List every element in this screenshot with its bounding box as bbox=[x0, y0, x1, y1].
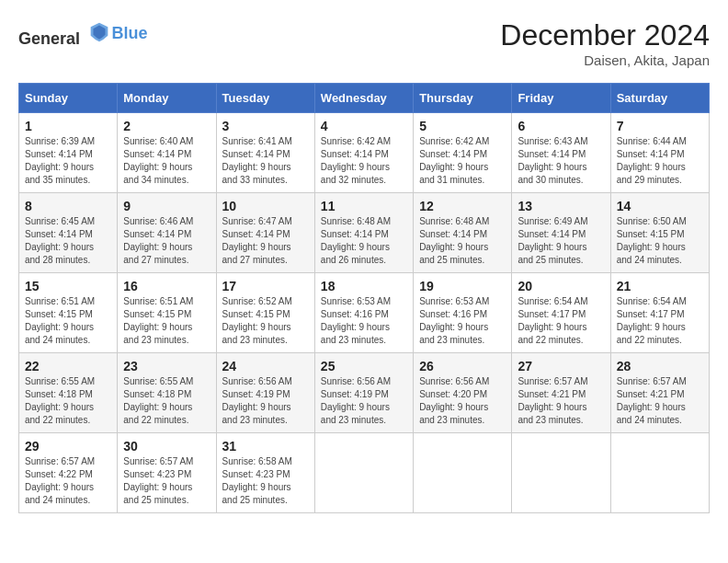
logo-text-general: General bbox=[18, 29, 80, 48]
day-info: Sunrise: 6:45 AMSunset: 4:14 PMDaylight:… bbox=[25, 216, 95, 265]
day-info: Sunrise: 6:51 AMSunset: 4:15 PMDaylight:… bbox=[25, 296, 95, 345]
day-number: 30 bbox=[123, 439, 210, 454]
calendar-cell: 27 Sunrise: 6:57 AMSunset: 4:21 PMDaylig… bbox=[512, 353, 610, 433]
calendar-cell: 22 Sunrise: 6:55 AMSunset: 4:18 PMDaylig… bbox=[19, 353, 118, 433]
day-number: 31 bbox=[222, 439, 309, 454]
calendar-cell: 17 Sunrise: 6:52 AMSunset: 4:15 PMDaylig… bbox=[216, 273, 314, 353]
day-info: Sunrise: 6:41 AMSunset: 4:14 PMDaylight:… bbox=[222, 136, 292, 185]
logo-text-blue: Blue bbox=[112, 24, 148, 42]
day-number: 12 bbox=[419, 199, 506, 213]
calendar-cell: 18 Sunrise: 6:53 AMSunset: 4:16 PMDaylig… bbox=[314, 273, 413, 353]
day-number: 7 bbox=[617, 119, 703, 133]
day-info: Sunrise: 6:57 AMSunset: 4:22 PMDaylight:… bbox=[25, 456, 95, 505]
calendar-cell: 15 Sunrise: 6:51 AMSunset: 4:15 PMDaylig… bbox=[19, 273, 118, 353]
day-info: Sunrise: 6:53 AMSunset: 4:16 PMDaylight:… bbox=[321, 296, 391, 345]
day-info: Sunrise: 6:52 AMSunset: 4:15 PMDaylight:… bbox=[222, 296, 292, 345]
day-info: Sunrise: 6:44 AMSunset: 4:14 PMDaylight:… bbox=[617, 136, 687, 185]
calendar-cell: 20 Sunrise: 6:54 AMSunset: 4:17 PMDaylig… bbox=[512, 273, 610, 353]
day-info: Sunrise: 6:55 AMSunset: 4:18 PMDaylight:… bbox=[123, 376, 193, 425]
calendar-week-4: 22 Sunrise: 6:55 AMSunset: 4:18 PMDaylig… bbox=[19, 353, 710, 433]
calendar-cell: 3 Sunrise: 6:41 AMSunset: 4:14 PMDayligh… bbox=[216, 113, 314, 193]
calendar-cell bbox=[414, 433, 512, 513]
day-number: 26 bbox=[419, 359, 506, 373]
day-number: 27 bbox=[518, 359, 604, 373]
day-number: 24 bbox=[222, 359, 309, 373]
calendar-week-5: 29 Sunrise: 6:57 AMSunset: 4:22 PMDaylig… bbox=[19, 433, 710, 513]
day-number: 25 bbox=[321, 359, 407, 373]
day-info: Sunrise: 6:58 AMSunset: 4:23 PMDaylight:… bbox=[222, 456, 292, 505]
day-number: 9 bbox=[123, 199, 210, 213]
calendar-cell bbox=[512, 433, 610, 513]
col-tuesday: Tuesday bbox=[216, 84, 314, 113]
day-number: 15 bbox=[25, 279, 111, 293]
calendar-cell: 13 Sunrise: 6:49 AMSunset: 4:14 PMDaylig… bbox=[512, 193, 610, 273]
day-info: Sunrise: 6:42 AMSunset: 4:14 PMDaylight:… bbox=[419, 136, 489, 185]
calendar-week-3: 15 Sunrise: 6:51 AMSunset: 4:15 PMDaylig… bbox=[19, 273, 710, 353]
day-number: 18 bbox=[321, 279, 407, 293]
day-info: Sunrise: 6:43 AMSunset: 4:14 PMDaylight:… bbox=[518, 136, 587, 185]
month-title: December 2024 bbox=[500, 18, 710, 52]
col-saturday: Saturday bbox=[610, 84, 709, 113]
day-info: Sunrise: 6:51 AMSunset: 4:15 PMDaylight:… bbox=[123, 296, 193, 345]
calendar-cell: 24 Sunrise: 6:56 AMSunset: 4:19 PMDaylig… bbox=[216, 353, 314, 433]
day-info: Sunrise: 6:54 AMSunset: 4:17 PMDaylight:… bbox=[518, 296, 587, 345]
day-number: 8 bbox=[25, 199, 111, 213]
calendar-week-2: 8 Sunrise: 6:45 AMSunset: 4:14 PMDayligh… bbox=[19, 193, 710, 273]
day-number: 3 bbox=[222, 119, 309, 133]
calendar-cell: 31 Sunrise: 6:58 AMSunset: 4:23 PMDaylig… bbox=[216, 433, 314, 513]
day-number: 19 bbox=[419, 279, 506, 293]
calendar-header: Sunday Monday Tuesday Wednesday Thursday… bbox=[19, 84, 710, 113]
day-info: Sunrise: 6:57 AMSunset: 4:21 PMDaylight:… bbox=[518, 376, 587, 425]
logo-icon bbox=[86, 18, 112, 44]
calendar-cell: 2 Sunrise: 6:40 AMSunset: 4:14 PMDayligh… bbox=[118, 113, 216, 193]
day-number: 5 bbox=[419, 119, 506, 133]
calendar-cell bbox=[314, 433, 413, 513]
calendar-cell: 21 Sunrise: 6:54 AMSunset: 4:17 PMDaylig… bbox=[610, 273, 709, 353]
day-info: Sunrise: 6:56 AMSunset: 4:19 PMDaylight:… bbox=[321, 376, 391, 425]
day-info: Sunrise: 6:47 AMSunset: 4:14 PMDaylight:… bbox=[222, 216, 292, 265]
col-monday: Monday bbox=[118, 84, 216, 113]
day-number: 6 bbox=[518, 119, 604, 133]
day-info: Sunrise: 6:56 AMSunset: 4:20 PMDaylight:… bbox=[419, 376, 489, 425]
calendar-cell: 6 Sunrise: 6:43 AMSunset: 4:14 PMDayligh… bbox=[512, 113, 610, 193]
day-number: 16 bbox=[123, 279, 210, 293]
col-friday: Friday bbox=[512, 84, 610, 113]
day-number: 22 bbox=[25, 359, 111, 373]
calendar-cell bbox=[610, 433, 709, 513]
calendar-body: 1 Sunrise: 6:39 AMSunset: 4:14 PMDayligh… bbox=[19, 113, 710, 513]
day-info: Sunrise: 6:54 AMSunset: 4:17 PMDaylight:… bbox=[617, 296, 687, 345]
day-number: 13 bbox=[518, 199, 604, 213]
calendar-cell: 9 Sunrise: 6:46 AMSunset: 4:14 PMDayligh… bbox=[118, 193, 216, 273]
calendar-cell: 5 Sunrise: 6:42 AMSunset: 4:14 PMDayligh… bbox=[414, 113, 512, 193]
calendar-cell: 29 Sunrise: 6:57 AMSunset: 4:22 PMDaylig… bbox=[19, 433, 118, 513]
title-section: December 2024 Daisen, Akita, Japan bbox=[500, 18, 710, 68]
day-info: Sunrise: 6:57 AMSunset: 4:23 PMDaylight:… bbox=[123, 456, 193, 505]
page-header: General Blue December 2024 Daisen, Akita… bbox=[18, 18, 710, 68]
calendar-cell: 25 Sunrise: 6:56 AMSunset: 4:19 PMDaylig… bbox=[314, 353, 413, 433]
day-info: Sunrise: 6:40 AMSunset: 4:14 PMDaylight:… bbox=[123, 136, 193, 185]
col-sunday: Sunday bbox=[19, 84, 118, 113]
day-number: 20 bbox=[518, 279, 604, 293]
day-number: 4 bbox=[321, 119, 407, 133]
location-title: Daisen, Akita, Japan bbox=[500, 52, 710, 68]
calendar-cell: 14 Sunrise: 6:50 AMSunset: 4:15 PMDaylig… bbox=[610, 193, 709, 273]
calendar-cell: 10 Sunrise: 6:47 AMSunset: 4:14 PMDaylig… bbox=[216, 193, 314, 273]
calendar-cell: 8 Sunrise: 6:45 AMSunset: 4:14 PMDayligh… bbox=[19, 193, 118, 273]
day-number: 10 bbox=[222, 199, 309, 213]
calendar-cell: 30 Sunrise: 6:57 AMSunset: 4:23 PMDaylig… bbox=[118, 433, 216, 513]
day-info: Sunrise: 6:50 AMSunset: 4:15 PMDaylight:… bbox=[617, 216, 687, 265]
calendar-cell: 11 Sunrise: 6:48 AMSunset: 4:14 PMDaylig… bbox=[314, 193, 413, 273]
calendar-table: Sunday Monday Tuesday Wednesday Thursday… bbox=[18, 83, 710, 513]
day-info: Sunrise: 6:49 AMSunset: 4:14 PMDaylight:… bbox=[518, 216, 587, 265]
calendar-cell: 19 Sunrise: 6:53 AMSunset: 4:16 PMDaylig… bbox=[414, 273, 512, 353]
day-info: Sunrise: 6:39 AMSunset: 4:14 PMDaylight:… bbox=[25, 136, 95, 185]
col-wednesday: Wednesday bbox=[314, 84, 413, 113]
day-number: 11 bbox=[321, 199, 407, 213]
calendar-cell: 7 Sunrise: 6:44 AMSunset: 4:14 PMDayligh… bbox=[610, 113, 709, 193]
day-number: 29 bbox=[25, 439, 111, 454]
calendar-cell: 26 Sunrise: 6:56 AMSunset: 4:20 PMDaylig… bbox=[414, 353, 512, 433]
day-info: Sunrise: 6:46 AMSunset: 4:14 PMDaylight:… bbox=[123, 216, 193, 265]
calendar-cell: 28 Sunrise: 6:57 AMSunset: 4:21 PMDaylig… bbox=[610, 353, 709, 433]
day-number: 1 bbox=[25, 119, 111, 133]
calendar-cell: 23 Sunrise: 6:55 AMSunset: 4:18 PMDaylig… bbox=[118, 353, 216, 433]
